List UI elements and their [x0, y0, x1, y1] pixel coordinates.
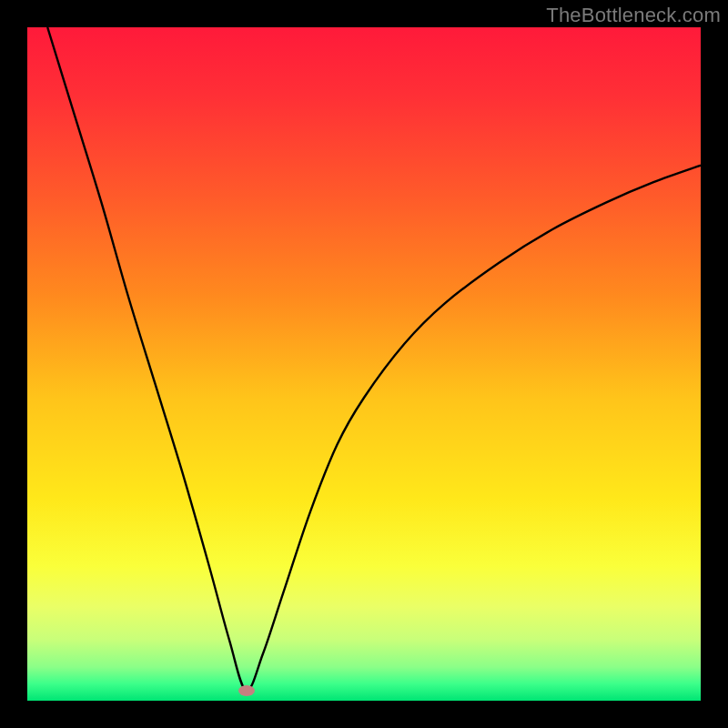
bottleneck-curve [27, 27, 701, 701]
watermark-text: TheBottleneck.com [546, 4, 721, 27]
optimum-marker [238, 685, 255, 696]
plot-area [27, 27, 701, 701]
chart-stage: TheBottleneck.com [0, 0, 728, 728]
